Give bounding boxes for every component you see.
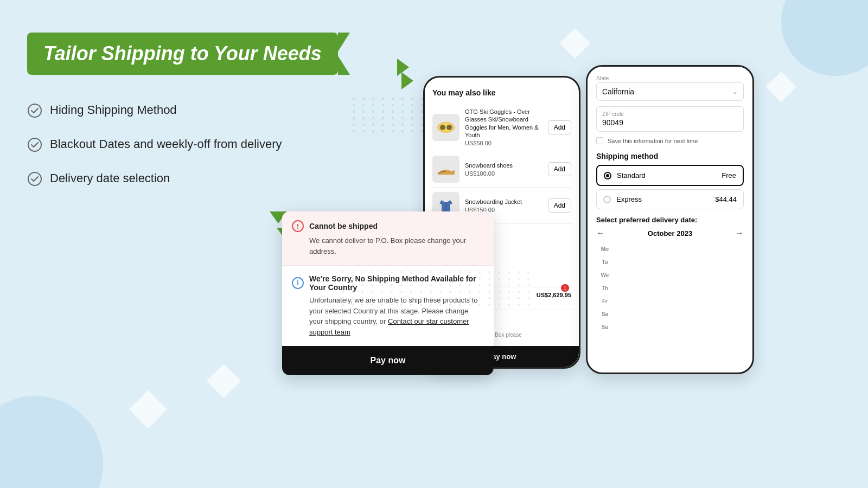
feature-label-1: Hiding Shipping Method	[50, 102, 177, 119]
deco-diamond-2	[766, 72, 797, 102]
check-icon-2	[27, 137, 42, 152]
cal-day-empty-1	[596, 333, 614, 346]
radio-express	[603, 196, 611, 203]
deco-arrow-2	[401, 72, 413, 89]
svg-point-7	[446, 125, 452, 130]
cal-header-tu: Tu	[596, 255, 614, 268]
svg-point-0	[28, 104, 41, 117]
calendar-widget: ← October 2023 → Mo Tu We Th Fr Sa Su	[596, 228, 744, 373]
deco-diamond-1	[560, 28, 591, 59]
dots-pattern-2	[342, 271, 533, 306]
product-info-1: OTG Ski Goggles - Over Glasses Ski/Snowb…	[465, 108, 542, 146]
error-message: We cannot deliver to P.O. Box please cha…	[292, 235, 484, 256]
product-name-2: Snowboard shoes	[465, 162, 542, 169]
save-info-checkbox[interactable]	[596, 137, 603, 144]
add-button-2[interactable]: Add	[548, 162, 571, 176]
cal-week-1: 1	[596, 333, 744, 373]
deco-diamond-4	[207, 364, 241, 399]
product-img-shoes	[435, 158, 457, 180]
calendar-header: ← October 2023 →	[596, 228, 744, 238]
cart-badge: 1	[561, 284, 569, 292]
error-header: ! Cannot be shipped	[292, 220, 484, 232]
state-select[interactable]: California ⌄	[596, 82, 744, 101]
phone-right-content: State California ⌄ ZIP code 90049 Save t…	[588, 67, 752, 373]
cal-prev-icon[interactable]: ←	[596, 228, 605, 238]
radio-standard	[604, 172, 611, 179]
feature-item-1: Hiding Shipping Method	[27, 102, 326, 119]
feature-label-3: Delivery date selection	[50, 170, 170, 187]
check-icon-1	[27, 103, 42, 118]
method-standard-price: Free	[722, 171, 736, 179]
svg-rect-8	[435, 158, 457, 180]
product-price-2: US$100.00	[465, 170, 542, 177]
add-button-3[interactable]: Add	[548, 198, 571, 213]
chevron-down-icon: ⌄	[732, 88, 738, 95]
cal-next-icon[interactable]: →	[735, 228, 744, 238]
error-notification-card: ! Cannot be shipped We cannot deliver to…	[282, 211, 494, 266]
svg-point-2	[28, 172, 41, 185]
state-label: State	[596, 75, 744, 81]
error-icon: !	[292, 220, 304, 232]
method-express[interactable]: Express $44.44	[596, 189, 744, 209]
feature-list: Hiding Shipping Method Blackout Dates an…	[27, 102, 326, 187]
cal-header-mo: Mo	[596, 242, 614, 255]
feature-label-2: Blackout Dates and weekly-off from deliv…	[50, 136, 282, 153]
product-info-2: Snowboard shoes US$100.00	[465, 162, 542, 177]
shipping-method-heading: Shipping method	[596, 152, 744, 160]
svg-point-6	[440, 125, 445, 130]
method-standard[interactable]: Standard Free	[596, 165, 744, 186]
cal-header-th: Th	[596, 281, 614, 294]
deco-diamond-3	[129, 390, 168, 429]
product-name-1: OTG Ski Goggles - Over Glasses Ski/Snowb…	[465, 108, 542, 139]
feature-item-3: Delivery date selection	[27, 170, 326, 187]
save-info-row: Save this information for next time	[596, 137, 744, 144]
cart-item-price: US$2,629.95	[537, 292, 571, 298]
product-img-goggles	[435, 117, 457, 138]
method-express-price: $44.44	[715, 195, 737, 203]
product-img-1	[432, 114, 459, 141]
cal-header-we: We	[596, 268, 614, 281]
product-img-2	[432, 156, 459, 183]
left-section: Tailor Shipping to Your Needs Hiding Shi…	[27, 33, 326, 187]
cal-day-empty-3	[596, 359, 614, 373]
cal-header-su: Su	[596, 320, 614, 333]
method-express-name: Express	[616, 195, 710, 203]
you-may-like-heading: You may also like	[432, 88, 571, 97]
method-standard-name: Standard	[617, 171, 716, 179]
error-title: Cannot be shipped	[309, 222, 378, 230]
product-item-2: Snowboard shoes US$100.00 Add	[432, 151, 571, 188]
title-banner: Tailor Shipping to Your Needs	[27, 33, 338, 75]
check-icon-3	[27, 171, 42, 187]
bg-circle-bottom-left	[0, 396, 103, 488]
cal-header-fr: Fr	[596, 294, 614, 307]
cal-header-row: Mo Tu We Th Fr Sa Su	[596, 242, 744, 333]
feature-item-2: Blackout Dates and weekly-off from deliv…	[27, 136, 326, 153]
calendar-grid: Mo Tu We Th Fr Sa Su 1	[596, 242, 744, 373]
add-button-1[interactable]: Add	[548, 120, 571, 134]
state-value: California	[602, 87, 634, 96]
svg-point-1	[28, 138, 41, 151]
cal-header-sa: Sa	[596, 307, 614, 320]
delivery-date-heading: Select preferred delivery date:	[596, 216, 744, 224]
cal-day-empty-2	[596, 346, 614, 359]
product-name-3: Snowboarding Jacket	[465, 198, 542, 206]
info-icon: i	[292, 277, 304, 289]
cal-month-label: October 2023	[648, 229, 692, 237]
product-price-1: US$50.00	[465, 140, 542, 146]
zip-value: 90049	[602, 118, 738, 127]
phone-right-frame: State California ⌄ ZIP code 90049 Save t…	[586, 65, 754, 374]
save-info-label: Save this information for next time	[608, 138, 698, 144]
bg-circle-top-right	[781, 0, 868, 76]
zip-label: ZIP code	[602, 111, 738, 117]
product-item-1: OTG Ski Goggles - Over Glasses Ski/Snowb…	[432, 104, 571, 151]
zip-field[interactable]: ZIP code 90049	[596, 106, 744, 132]
page-title: Tailor Shipping to Your Needs	[43, 42, 322, 65]
pay-now-button-overlay[interactable]: Pay now	[282, 346, 494, 375]
